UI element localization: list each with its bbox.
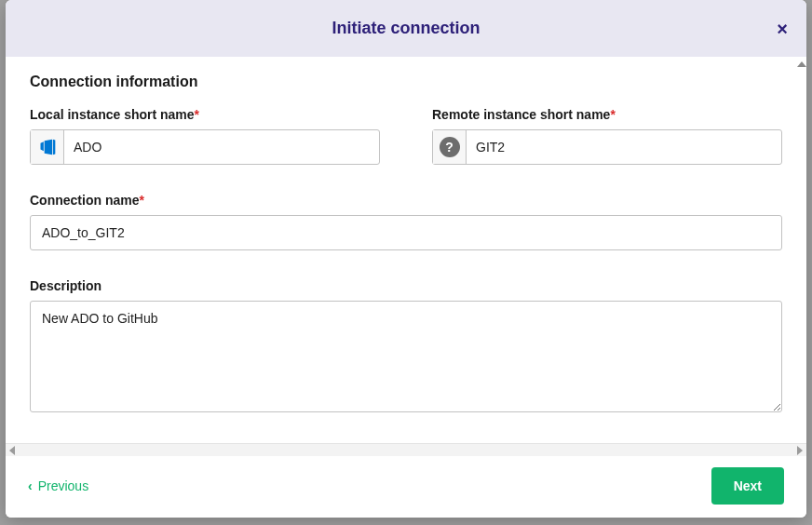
horizontal-scrollbar[interactable]: [6, 443, 806, 456]
required-marker: *: [195, 107, 199, 122]
remote-shortname-input-group: ?: [432, 129, 782, 165]
connection-name-label: Connection name*: [30, 193, 782, 208]
remote-shortname-input[interactable]: [467, 130, 781, 164]
azure-devops-icon: [31, 130, 64, 164]
previous-button-label: Previous: [38, 478, 88, 493]
local-shortname-input-group: [30, 129, 380, 165]
modal-header: Initiate connection ×: [6, 0, 806, 57]
local-shortname-field: Local instance short name*: [30, 107, 380, 165]
close-button[interactable]: ×: [777, 20, 788, 38]
modal-body: Connection information Local instance sh…: [6, 57, 806, 443]
scroll-up-icon: [797, 61, 806, 67]
shortname-row: Local instance short name* Remote instan…: [30, 107, 782, 165]
next-button[interactable]: Next: [711, 467, 784, 505]
local-shortname-label: Local instance short name*: [30, 107, 380, 122]
initiate-connection-modal: Initiate connection × Connection informa…: [6, 0, 806, 518]
remote-shortname-label-text: Remote instance short name: [432, 107, 610, 122]
connection-name-label-text: Connection name: [30, 193, 139, 208]
connection-name-input[interactable]: [30, 215, 782, 250]
description-textarea[interactable]: [30, 301, 782, 412]
local-shortname-label-text: Local instance short name: [30, 107, 195, 122]
chevron-left-icon: ‹: [28, 478, 33, 493]
close-icon: ×: [777, 19, 788, 39]
description-field: Description: [30, 278, 782, 412]
previous-button[interactable]: ‹ Previous: [28, 478, 88, 493]
section-title: Connection information: [30, 74, 782, 90]
modal-title: Initiate connection: [332, 19, 480, 38]
modal-footer: ‹ Previous Next: [6, 456, 806, 518]
required-marker: *: [139, 193, 143, 208]
next-button-label: Next: [734, 478, 762, 493]
remote-shortname-field: Remote instance short name* ?: [432, 107, 782, 165]
required-marker: *: [610, 107, 615, 122]
remote-shortname-label: Remote instance short name*: [432, 107, 782, 122]
local-shortname-input[interactable]: [64, 130, 379, 164]
connection-name-field: Connection name*: [30, 193, 782, 250]
description-label: Description: [30, 278, 782, 293]
vertical-scrollbar[interactable]: [797, 60, 806, 449]
question-icon: ?: [433, 130, 467, 164]
